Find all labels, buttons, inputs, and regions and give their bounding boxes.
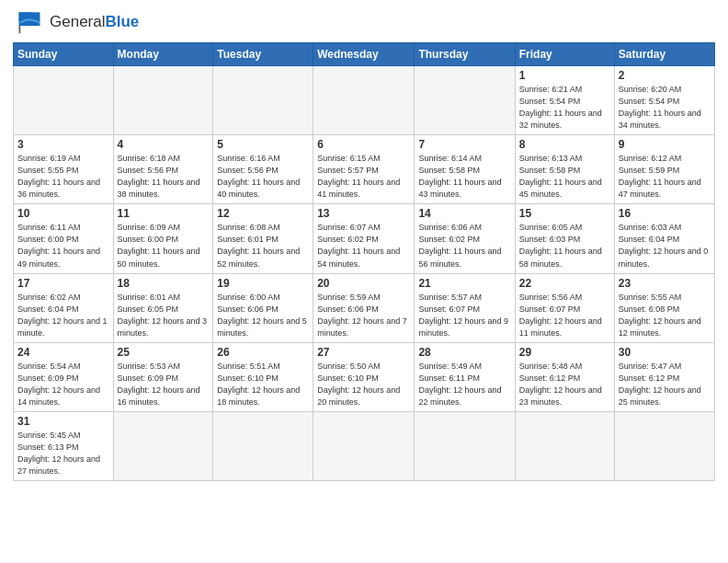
calendar-header-thursday: Thursday bbox=[415, 43, 515, 66]
calendar-cell: 20Sunrise: 5:59 AM Sunset: 6:06 PM Dayli… bbox=[313, 273, 415, 342]
calendar-cell: 22Sunrise: 5:56 AM Sunset: 6:07 PM Dayli… bbox=[515, 273, 614, 342]
calendar-cell bbox=[113, 66, 213, 135]
day-number: 7 bbox=[418, 138, 510, 151]
day-info: Sunrise: 6:06 AM Sunset: 6:02 PM Dayligh… bbox=[418, 222, 510, 270]
calendar-cell: 2Sunrise: 6:20 AM Sunset: 5:54 PM Daylig… bbox=[614, 66, 714, 135]
day-number: 21 bbox=[418, 277, 510, 290]
calendar-cell: 23Sunrise: 5:55 AM Sunset: 6:08 PM Dayli… bbox=[614, 273, 714, 342]
day-number: 4 bbox=[118, 138, 210, 151]
calendar-cell: 26Sunrise: 5:51 AM Sunset: 6:10 PM Dayli… bbox=[213, 342, 313, 411]
calendar-cell: 24Sunrise: 5:54 AM Sunset: 6:09 PM Dayli… bbox=[14, 342, 114, 411]
day-number: 10 bbox=[17, 207, 109, 220]
calendar-cell: 16Sunrise: 6:03 AM Sunset: 6:04 PM Dayli… bbox=[614, 204, 714, 273]
day-info: Sunrise: 6:18 AM Sunset: 5:56 PM Dayligh… bbox=[118, 153, 210, 201]
calendar-cell bbox=[113, 411, 213, 480]
day-info: Sunrise: 5:47 AM Sunset: 6:12 PM Dayligh… bbox=[619, 361, 711, 408]
calendar-week-3: 17Sunrise: 6:02 AM Sunset: 6:04 PM Dayli… bbox=[14, 273, 715, 342]
day-info: Sunrise: 6:13 AM Sunset: 5:58 PM Dayligh… bbox=[519, 153, 610, 201]
day-number: 6 bbox=[317, 138, 410, 151]
calendar-cell: 28Sunrise: 5:49 AM Sunset: 6:11 PM Dayli… bbox=[415, 342, 515, 411]
day-info: Sunrise: 6:09 AM Sunset: 6:00 PM Dayligh… bbox=[118, 222, 210, 270]
calendar-cell: 15Sunrise: 6:05 AM Sunset: 6:03 PM Dayli… bbox=[515, 204, 614, 273]
calendar-cell bbox=[14, 66, 114, 135]
day-number: 9 bbox=[619, 138, 711, 151]
calendar-week-1: 3Sunrise: 6:19 AM Sunset: 5:55 PM Daylig… bbox=[14, 135, 715, 204]
calendar-cell: 27Sunrise: 5:50 AM Sunset: 6:10 PM Dayli… bbox=[313, 342, 415, 411]
calendar-cell: 12Sunrise: 6:08 AM Sunset: 6:01 PM Dayli… bbox=[213, 204, 313, 273]
day-info: Sunrise: 5:50 AM Sunset: 6:10 PM Dayligh… bbox=[317, 361, 410, 408]
calendar-cell: 4Sunrise: 6:18 AM Sunset: 5:56 PM Daylig… bbox=[113, 135, 213, 204]
day-number: 18 bbox=[118, 277, 210, 290]
header: GeneralBlue bbox=[13, 9, 715, 35]
day-number: 11 bbox=[118, 207, 210, 220]
day-info: Sunrise: 5:49 AM Sunset: 6:11 PM Dayligh… bbox=[418, 361, 510, 408]
day-number: 5 bbox=[217, 138, 309, 151]
calendar-table: SundayMondayTuesdayWednesdayThursdayFrid… bbox=[13, 42, 715, 481]
calendar-cell bbox=[515, 411, 614, 480]
calendar-cell: 25Sunrise: 5:53 AM Sunset: 6:09 PM Dayli… bbox=[113, 342, 213, 411]
day-number: 29 bbox=[519, 346, 610, 359]
day-number: 14 bbox=[418, 207, 510, 220]
day-info: Sunrise: 6:07 AM Sunset: 6:02 PM Dayligh… bbox=[317, 222, 410, 270]
day-number: 17 bbox=[17, 277, 109, 290]
calendar-cell: 9Sunrise: 6:12 AM Sunset: 5:59 PM Daylig… bbox=[614, 135, 714, 204]
day-info: Sunrise: 6:12 AM Sunset: 5:59 PM Dayligh… bbox=[619, 153, 711, 201]
calendar-cell: 21Sunrise: 5:57 AM Sunset: 6:07 PM Dayli… bbox=[415, 273, 515, 342]
calendar-cell: 19Sunrise: 6:00 AM Sunset: 6:06 PM Dayli… bbox=[213, 273, 313, 342]
calendar-cell bbox=[213, 66, 313, 135]
day-number: 25 bbox=[118, 346, 210, 359]
calendar-cell: 18Sunrise: 6:01 AM Sunset: 6:05 PM Dayli… bbox=[113, 273, 213, 342]
calendar-cell: 6Sunrise: 6:15 AM Sunset: 5:57 PM Daylig… bbox=[313, 135, 415, 204]
day-number: 27 bbox=[317, 346, 410, 359]
day-info: Sunrise: 5:45 AM Sunset: 6:13 PM Dayligh… bbox=[17, 430, 109, 477]
calendar-cell bbox=[313, 66, 415, 135]
general-blue-logo-icon bbox=[13, 9, 46, 35]
calendar-week-0: 1Sunrise: 6:21 AM Sunset: 5:54 PM Daylig… bbox=[14, 66, 715, 135]
day-number: 30 bbox=[619, 346, 711, 359]
day-number: 19 bbox=[217, 277, 309, 290]
calendar-header-monday: Monday bbox=[113, 43, 213, 66]
calendar-cell: 29Sunrise: 5:48 AM Sunset: 6:12 PM Dayli… bbox=[515, 342, 614, 411]
day-number: 20 bbox=[317, 277, 410, 290]
calendar-cell bbox=[213, 411, 313, 480]
calendar-header-tuesday: Tuesday bbox=[213, 43, 313, 66]
day-info: Sunrise: 5:59 AM Sunset: 6:06 PM Dayligh… bbox=[317, 292, 410, 339]
calendar-cell: 8Sunrise: 6:13 AM Sunset: 5:58 PM Daylig… bbox=[515, 135, 614, 204]
day-number: 13 bbox=[317, 207, 410, 220]
page: GeneralBlue SundayMondayTuesdayWednesday… bbox=[0, 0, 728, 563]
day-info: Sunrise: 5:53 AM Sunset: 6:09 PM Dayligh… bbox=[118, 361, 210, 408]
day-number: 31 bbox=[17, 415, 109, 428]
calendar-header-saturday: Saturday bbox=[614, 43, 714, 66]
day-number: 8 bbox=[519, 138, 610, 151]
day-info: Sunrise: 6:16 AM Sunset: 5:56 PM Dayligh… bbox=[217, 153, 309, 201]
day-number: 28 bbox=[418, 346, 510, 359]
calendar-header-friday: Friday bbox=[515, 43, 614, 66]
calendar-cell: 1Sunrise: 6:21 AM Sunset: 5:54 PM Daylig… bbox=[515, 66, 614, 135]
calendar-cell: 11Sunrise: 6:09 AM Sunset: 6:00 PM Dayli… bbox=[113, 204, 213, 273]
day-info: Sunrise: 6:14 AM Sunset: 5:58 PM Dayligh… bbox=[418, 153, 510, 201]
day-number: 24 bbox=[17, 346, 109, 359]
calendar-cell: 10Sunrise: 6:11 AM Sunset: 6:00 PM Dayli… bbox=[14, 204, 114, 273]
calendar-cell: 3Sunrise: 6:19 AM Sunset: 5:55 PM Daylig… bbox=[14, 135, 114, 204]
calendar-cell: 5Sunrise: 6:16 AM Sunset: 5:56 PM Daylig… bbox=[213, 135, 313, 204]
day-info: Sunrise: 6:20 AM Sunset: 5:54 PM Dayligh… bbox=[619, 84, 711, 132]
day-info: Sunrise: 5:51 AM Sunset: 6:10 PM Dayligh… bbox=[217, 361, 309, 408]
calendar-header-row: SundayMondayTuesdayWednesdayThursdayFrid… bbox=[14, 43, 715, 66]
day-number: 16 bbox=[619, 207, 711, 220]
day-info: Sunrise: 6:15 AM Sunset: 5:57 PM Dayligh… bbox=[317, 153, 410, 201]
day-number: 12 bbox=[217, 207, 309, 220]
day-number: 1 bbox=[519, 69, 610, 82]
day-info: Sunrise: 6:03 AM Sunset: 6:04 PM Dayligh… bbox=[619, 222, 711, 270]
calendar-cell bbox=[415, 66, 515, 135]
day-info: Sunrise: 6:08 AM Sunset: 6:01 PM Dayligh… bbox=[217, 222, 309, 270]
day-info: Sunrise: 5:57 AM Sunset: 6:07 PM Dayligh… bbox=[418, 292, 510, 339]
calendar-cell: 13Sunrise: 6:07 AM Sunset: 6:02 PM Dayli… bbox=[313, 204, 415, 273]
day-number: 22 bbox=[519, 277, 610, 290]
day-number: 15 bbox=[519, 207, 610, 220]
day-info: Sunrise: 6:19 AM Sunset: 5:55 PM Dayligh… bbox=[17, 153, 109, 201]
logo-text: GeneralBlue bbox=[50, 13, 139, 31]
day-info: Sunrise: 6:11 AM Sunset: 6:00 PM Dayligh… bbox=[17, 222, 109, 270]
day-info: Sunrise: 6:21 AM Sunset: 5:54 PM Dayligh… bbox=[519, 84, 610, 132]
day-info: Sunrise: 6:01 AM Sunset: 6:05 PM Dayligh… bbox=[118, 292, 210, 339]
day-info: Sunrise: 6:02 AM Sunset: 6:04 PM Dayligh… bbox=[17, 292, 109, 339]
